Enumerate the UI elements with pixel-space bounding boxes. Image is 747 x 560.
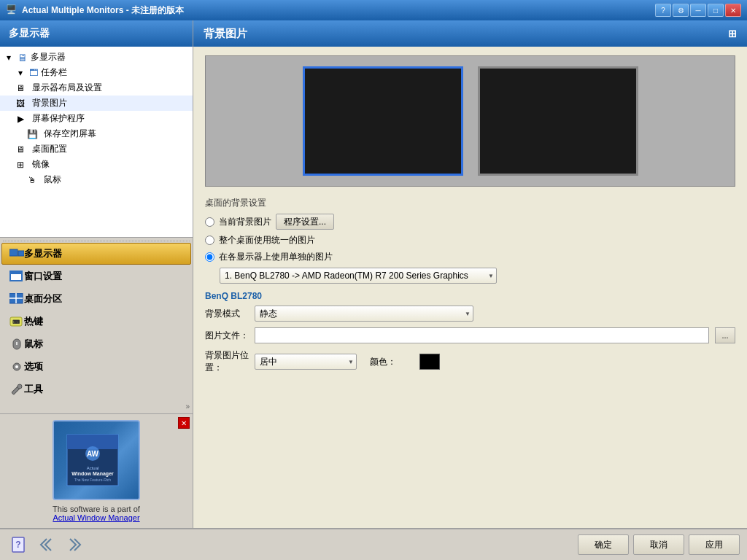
monitor-screen-2[interactable] [478, 66, 638, 176]
content-area: 多显示器 ▾ 🖥 多显示器 ▾ 🗔 任务栏 🖥 显示 [0, 20, 747, 528]
tree-item-label-multi: 多显示器 [31, 51, 66, 63]
sidebar-promo: ✕ AW Actual Window Manager [0, 413, 193, 528]
tree-item-save-screen[interactable]: 💾 保存空闭屏幕 [0, 126, 193, 141]
tree-expand-icon-taskbar: ▾ [15, 67, 26, 79]
tree-item-mouse[interactable]: 🖱 鼠标 [0, 172, 193, 187]
monitor-screen-1[interactable] [303, 66, 463, 176]
radio-row-1: 当前背景图片 程序设置... [205, 214, 735, 230]
help-icon-btn[interactable]: ? [7, 533, 31, 556]
browse-btn[interactable]: ... [715, 327, 735, 343]
svg-rect-1 [18, 251, 24, 256]
tree-label-mirror: 镜像 [32, 158, 50, 171]
monitor-dropdown-row: 1. BenQ BL2780 -> AMD Radeon(TM) R7 200 … [220, 268, 735, 284]
tree-label-wallpaper: 背景图片 [32, 97, 67, 109]
section-title: 背景图片 [204, 27, 247, 41]
section-content: 桌面的背景设置 当前背景图片 程序设置... 整个桌面使用统一的图片 在各显示器… [193, 47, 747, 528]
tree-label-display: 显示器布局及设置 [32, 82, 102, 94]
bg-mode-dropdown-wrapper: 静态 幻灯片 固体颜色 [255, 306, 473, 322]
svg-text:Window Manager: Window Manager [71, 471, 114, 477]
radio-individual[interactable] [205, 252, 214, 262]
nav-btn-multi-monitor[interactable]: 多显示器 [1, 243, 191, 265]
section-header: 背景图片 ⊞ [193, 20, 747, 47]
product-image: AW Actual Window Manager The New Feature… [53, 420, 140, 500]
svg-point-14 [18, 384, 22, 389]
desktop-bg-label: 桌面的背景设置 [205, 197, 735, 209]
main-container: 多显示器 ▾ 🖥 多显示器 ▾ 🗔 任务栏 🖥 显示 [0, 20, 747, 560]
nav-label-window: 窗口设置 [24, 270, 62, 283]
color-picker-btn[interactable] [419, 354, 440, 370]
tree-item-mirror[interactable]: ⊞ 镜像 [0, 157, 193, 172]
svg-text:⌨: ⌨ [12, 319, 20, 324]
color-label: 颜色： [370, 356, 414, 368]
svg-rect-3 [10, 271, 22, 274]
nav-separator-top [3, 241, 190, 241]
tools-icon [9, 384, 24, 395]
nav-buttons: 多显示器 窗口设置 桌面分区 [0, 238, 193, 413]
back-icon [36, 536, 57, 553]
nav-btn-mouse[interactable]: 鼠标 [1, 333, 191, 355]
nav-btn-hotkey[interactable]: ⌨ 热键 [1, 311, 191, 332]
promo-text: This software is a part of [53, 505, 140, 513]
close-btn[interactable]: ✕ [725, 4, 741, 17]
nav-label-hotkey: 热键 [24, 315, 43, 328]
nav-btn-tools[interactable]: 工具 [1, 378, 191, 400]
wallpaper-icon: 🖼 [15, 98, 26, 109]
mouse-nav-icon [9, 338, 24, 350]
image-file-input[interactable] [255, 327, 709, 343]
program-settings-btn[interactable]: 程序设置... [276, 214, 334, 230]
bg-position-label: 背景图片位置： [205, 349, 249, 374]
save-icon: 💾 [26, 128, 38, 140]
monitor-icon: 🖥 [18, 52, 28, 63]
svg-text:Actual: Actual [87, 466, 99, 470]
nav-btn-window[interactable]: 窗口设置 [1, 265, 191, 287]
mouse-icon: 🖱 [26, 174, 38, 186]
nav-label-partition: 桌面分区 [24, 292, 62, 306]
ok-btn[interactable]: 确定 [578, 534, 629, 555]
partition-icon [9, 293, 24, 305]
forward-icon-btn[interactable] [63, 533, 86, 556]
settings-btn[interactable]: ⚙ [673, 4, 689, 17]
help-btn[interactable]: ? [655, 4, 671, 17]
bg-position-wrapper: 居中 填充 适应 拉伸 平铺 [255, 354, 357, 370]
taskbar-icon: 🗔 [29, 68, 38, 78]
svg-text:AW: AW [87, 450, 99, 458]
tree-item-desktop-config[interactable]: 🖥 桌面配置 [0, 141, 193, 157]
bottom-bar: ? 确定 取消 应用 [0, 528, 747, 560]
radio-current-bg[interactable] [205, 217, 214, 227]
sidebar: 多显示器 ▾ 🖥 多显示器 ▾ 🗔 任务栏 🖥 显示 [0, 20, 193, 528]
section-help-icon[interactable]: ⊞ [728, 28, 737, 39]
expand-btn[interactable]: » [0, 401, 193, 412]
monitor-name-label: BenQ BL2780 [205, 291, 735, 301]
radio-label-unified: 整个桌面使用统一的图片 [219, 234, 315, 246]
tree-item-taskbar[interactable]: ▾ 🗔 任务栏 [0, 65, 193, 80]
nav-label-multi: 多显示器 [24, 247, 62, 260]
monitor-dropdown-wrapper: 1. BenQ BL2780 -> AMD Radeon(TM) R7 200 … [220, 268, 497, 284]
title-bar-buttons: ? ⚙ ─ □ ✕ [655, 4, 741, 17]
nav-btn-options[interactable]: 选项 [1, 356, 191, 378]
cancel-btn[interactable]: 取消 [633, 534, 684, 555]
monitor-dropdown[interactable]: 1. BenQ BL2780 -> AMD Radeon(TM) R7 200 … [220, 268, 497, 284]
screensaver-icon: ▶ [15, 113, 26, 125]
apply-btn[interactable]: 应用 [689, 534, 740, 555]
nav-btn-partition[interactable]: 桌面分区 [1, 288, 191, 310]
right-content: 背景图片 ⊞ 桌面的背景设置 当前背景图片 程序设置... [193, 20, 747, 528]
maximize-btn[interactable]: □ [708, 4, 724, 17]
promo-close-btn[interactable]: ✕ [178, 417, 190, 429]
radio-unified[interactable] [205, 236, 214, 245]
svg-point-12 [15, 365, 18, 368]
promo-link[interactable]: Actual Window Manager [53, 513, 139, 522]
tree-label-desktop: 桌面配置 [32, 143, 67, 155]
tree-item-display[interactable]: 🖥 显示器布局及设置 [0, 80, 193, 96]
back-icon-btn[interactable] [35, 533, 58, 556]
radio-label-current: 当前背景图片 [219, 216, 271, 228]
tree-item-screensaver[interactable]: ▶ 屏幕保护程序 [0, 111, 193, 126]
tree-item-wallpaper[interactable]: 🖼 背景图片 [0, 96, 193, 111]
product-image-inner: AW Actual Window Manager The New Feature… [54, 421, 139, 499]
bg-position-select[interactable]: 居中 填充 适应 拉伸 平铺 [255, 354, 357, 370]
sidebar-header: 多显示器 [0, 20, 193, 47]
bg-mode-select[interactable]: 静态 幻灯片 固体颜色 [255, 306, 473, 322]
tree-item-expand-multi[interactable]: ▾ 🖥 多显示器 [0, 50, 193, 65]
radio-row-3: 在各显示器上使用单独的图片 [205, 251, 735, 263]
options-icon [9, 361, 24, 373]
minimize-btn[interactable]: ─ [690, 4, 706, 17]
